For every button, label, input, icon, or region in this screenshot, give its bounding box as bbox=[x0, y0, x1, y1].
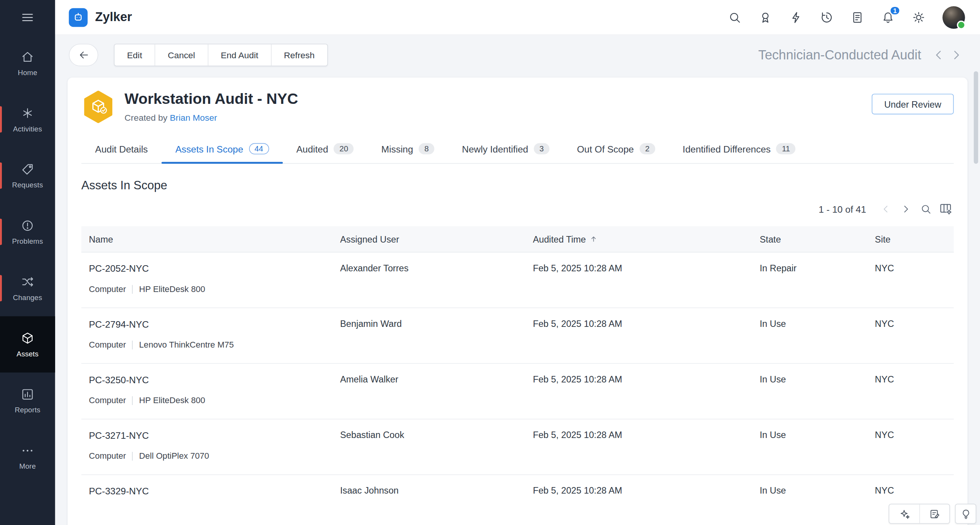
next-record-icon[interactable] bbox=[949, 48, 964, 62]
audit-hexagon-icon bbox=[83, 90, 113, 123]
topbar: Zylker 1 bbox=[55, 0, 980, 35]
lightbulb-icon[interactable] bbox=[955, 504, 975, 523]
home-icon bbox=[21, 50, 34, 64]
back-button[interactable] bbox=[69, 44, 98, 66]
tab-out-of-scope[interactable]: Out Of Scope 2 bbox=[563, 136, 669, 163]
whats-new-icon[interactable] bbox=[759, 10, 772, 24]
asset-product: Lenovo ThinkCentre M75 bbox=[139, 340, 234, 349]
assistant-icon[interactable] bbox=[889, 504, 919, 523]
table-row[interactable]: PC-2052-NYC Computer HP EliteDesk 800 Al… bbox=[81, 253, 954, 308]
tab-identified-differences[interactable]: Identified Differences 11 bbox=[669, 136, 810, 163]
search-icon[interactable] bbox=[728, 10, 742, 24]
hamburger-menu-icon[interactable] bbox=[0, 0, 55, 35]
tab-count: 2 bbox=[639, 143, 655, 154]
tab-audited[interactable]: Audited 20 bbox=[283, 136, 368, 163]
divider bbox=[132, 285, 133, 294]
vertical-scrollbar[interactable] bbox=[974, 71, 978, 164]
assigned-user-cell: Sebastian Cook bbox=[333, 430, 525, 440]
page-next-icon[interactable] bbox=[897, 201, 913, 216]
sidebar-item-assets[interactable]: Assets bbox=[0, 316, 55, 372]
reports-icon bbox=[21, 387, 34, 401]
asset-name[interactable]: PC-3250-NYC bbox=[89, 374, 333, 385]
asset-product: HP EliteDesk 800 bbox=[139, 284, 205, 294]
sidebar-item-home[interactable]: Home bbox=[0, 35, 55, 91]
tab-bar: Audit Details Assets In Scope 44 Audited… bbox=[81, 136, 954, 164]
audit-type-title: Technician-Conducted Audit bbox=[758, 48, 921, 62]
table-body: PC-2052-NYC Computer HP EliteDesk 800 Al… bbox=[81, 253, 954, 525]
sort-ascending-icon bbox=[590, 235, 598, 243]
feedback-note-icon[interactable] bbox=[919, 504, 949, 523]
tab-newly-identified[interactable]: Newly Identified 3 bbox=[448, 136, 563, 163]
asset-name[interactable]: PC-3271-NYC bbox=[89, 430, 333, 441]
tab-audit-details[interactable]: Audit Details bbox=[81, 136, 161, 163]
activities-icon bbox=[21, 106, 34, 120]
history-icon[interactable] bbox=[820, 10, 834, 24]
created-by-link[interactable]: Brian Moser bbox=[170, 113, 217, 123]
asset-name[interactable]: PC-3329-NYC bbox=[89, 486, 333, 496]
sidebar-item-label: Assets bbox=[16, 350, 38, 358]
tab-count: 3 bbox=[534, 143, 549, 154]
cancel-button[interactable]: Cancel bbox=[155, 44, 208, 66]
sidebar-item-reports[interactable]: Reports bbox=[0, 372, 55, 429]
asset-product: HP EliteDesk 800 bbox=[139, 395, 205, 405]
page-previous-icon[interactable] bbox=[877, 201, 893, 216]
sidebar-item-activities[interactable]: Activities bbox=[0, 91, 55, 148]
column-header-assigned-user[interactable]: Assigned User bbox=[333, 234, 525, 244]
sidebar-item-changes[interactable]: Changes bbox=[0, 260, 55, 316]
more-icon bbox=[21, 444, 34, 458]
column-header-site[interactable]: Site bbox=[867, 234, 954, 244]
asset-product: Dell OptiPlex 7070 bbox=[139, 451, 209, 461]
end-audit-button[interactable]: End Audit bbox=[208, 44, 271, 66]
divider bbox=[132, 340, 133, 349]
tab-count: 44 bbox=[249, 143, 269, 154]
table-row[interactable]: PC-3250-NYC Computer HP EliteDesk 800 Am… bbox=[81, 364, 954, 419]
page-title: Workstation Audit - NYC bbox=[125, 90, 298, 108]
tab-missing[interactable]: Missing 8 bbox=[367, 136, 448, 163]
column-settings-icon[interactable] bbox=[937, 201, 954, 216]
list-search-icon[interactable] bbox=[918, 201, 934, 216]
sidebar-item-more[interactable]: More bbox=[0, 429, 55, 485]
sidebar: Home Activities Requests Problems Change… bbox=[0, 0, 55, 525]
audited-time-cell: Feb 5, 2025 10:28 AM bbox=[525, 430, 752, 440]
audited-time-cell: Feb 5, 2025 10:28 AM bbox=[525, 263, 752, 273]
audited-time-cell: Feb 5, 2025 10:28 AM bbox=[525, 374, 752, 384]
status-badge[interactable]: Under Review bbox=[872, 94, 954, 115]
sidebar-item-label: Home bbox=[18, 69, 37, 76]
sidebar-item-requests[interactable]: Requests bbox=[0, 148, 55, 204]
table-row[interactable]: PC-3329-NYC Isaac Johnson Feb 5, 2025 10… bbox=[81, 475, 954, 525]
app-window: Home Activities Requests Problems Change… bbox=[0, 0, 980, 525]
audit-action-buttons: Edit Cancel End Audit Refresh bbox=[114, 44, 328, 66]
quick-add-icon[interactable] bbox=[789, 10, 803, 24]
content-area: Edit Cancel End Audit Refresh Technician… bbox=[55, 35, 980, 525]
state-cell: In Repair bbox=[752, 263, 867, 273]
asset-name[interactable]: PC-2794-NYC bbox=[89, 319, 333, 330]
sidebar-item-problems[interactable]: Problems bbox=[0, 204, 55, 260]
assets-table: Name Assigned User Audited Time State Si… bbox=[81, 226, 954, 525]
refresh-button[interactable]: Refresh bbox=[271, 44, 327, 66]
previous-record-icon[interactable] bbox=[931, 48, 946, 62]
audit-card: Workstation Audit - NYC Created by Brian… bbox=[67, 77, 967, 525]
settings-icon[interactable] bbox=[912, 10, 926, 24]
notification-badge: 1 bbox=[889, 5, 900, 15]
section-heading: Assets In Scope bbox=[81, 179, 954, 192]
tab-assets-in-scope[interactable]: Assets In Scope 44 bbox=[162, 136, 283, 163]
sidebar-item-label: Changes bbox=[13, 294, 42, 302]
problems-icon bbox=[21, 219, 34, 233]
list-controls: 1 - 10 of 41 bbox=[81, 201, 954, 216]
column-header-state[interactable]: State bbox=[752, 234, 867, 244]
asset-name[interactable]: PC-2052-NYC bbox=[89, 263, 333, 274]
divider bbox=[132, 451, 133, 460]
assigned-user-cell: Benjamin Ward bbox=[333, 319, 525, 329]
feedback-icon[interactable] bbox=[851, 10, 864, 24]
asset-subtitle: Computer HP EliteDesk 800 bbox=[89, 284, 333, 294]
nav-indicator bbox=[0, 275, 2, 302]
table-row[interactable]: PC-3271-NYC Computer Dell OptiPlex 7070 … bbox=[81, 419, 954, 475]
table-row[interactable]: PC-2794-NYC Computer Lenovo ThinkCentre … bbox=[81, 308, 954, 364]
zylker-logo bbox=[69, 8, 88, 26]
notifications-icon[interactable]: 1 bbox=[881, 10, 895, 24]
edit-button[interactable]: Edit bbox=[115, 44, 155, 66]
column-header-name[interactable]: Name bbox=[81, 234, 333, 244]
sidebar-item-label: Requests bbox=[12, 181, 43, 189]
column-header-audited-time[interactable]: Audited Time bbox=[525, 234, 752, 244]
user-avatar[interactable] bbox=[942, 6, 965, 28]
